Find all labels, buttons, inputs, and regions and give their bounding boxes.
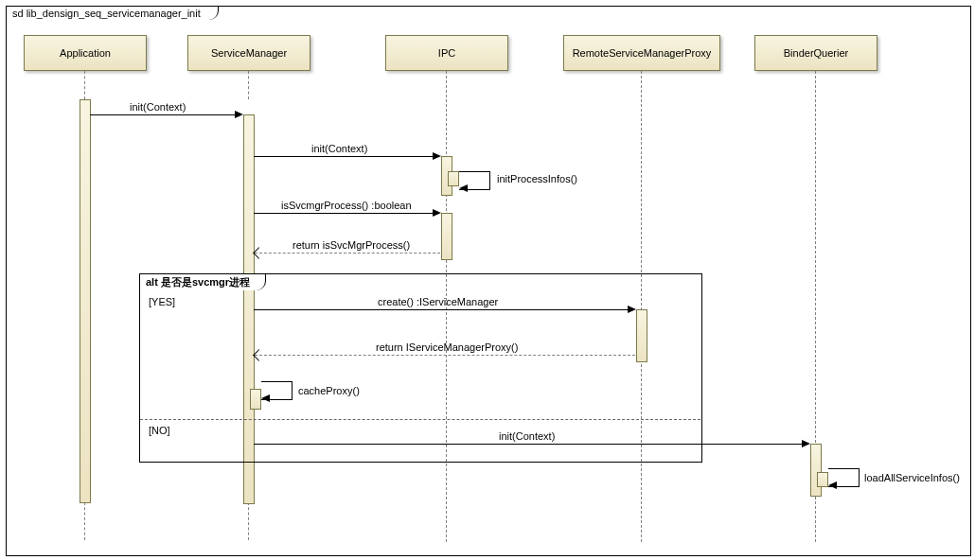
arrowhead-icon (828, 481, 837, 489)
alt-separator (140, 419, 700, 420)
message-arrow (90, 114, 241, 115)
activation-binderquerier (810, 444, 822, 497)
activation-ipc-1b (448, 171, 459, 186)
arrowhead-icon (628, 306, 636, 313)
message-label: init(Context) (130, 101, 186, 113)
lifeline-remoteproxy: RemoteServiceManagerProxy (563, 35, 720, 71)
lifeline-label: Application (60, 47, 111, 59)
message-label: return isSvcMgrProcess() (292, 239, 410, 251)
message-arrow (254, 156, 439, 157)
lifeline-dash (84, 502, 85, 540)
diagram-title: sd lib_densign_seq_servicemanager_init (6, 6, 219, 20)
activation-binderquerier-self (817, 472, 828, 487)
alt-guard-yes: [YES] (149, 296, 175, 307)
arrowhead-icon (261, 394, 270, 402)
alt-guard-no: [NO] (149, 425, 170, 436)
arrowhead-icon (253, 247, 265, 259)
message-label: initProcessInfos() (497, 173, 577, 184)
message-label: loadAllServiceInfos() (864, 472, 960, 483)
lifeline-binderquerier: BinderQuerier (754, 35, 878, 71)
message-arrow (254, 309, 634, 310)
message-label: isSvcmgrProcess() :boolean (281, 200, 412, 211)
diagram-frame: sd lib_densign_seq_servicemanager_init A… (6, 6, 971, 556)
message-label: init(Context) (499, 430, 555, 442)
message-label: init(Context) (311, 143, 367, 154)
lifeline-label: BinderQuerier (784, 47, 848, 59)
lifeline-label: IPC (438, 47, 455, 59)
return-arrow (255, 253, 440, 254)
activation-application (80, 99, 91, 503)
message-label: create() :IServiceManager (378, 296, 498, 307)
message-arrow (254, 213, 439, 214)
arrowhead-icon (433, 152, 441, 160)
lifeline-application: Application (24, 35, 147, 71)
lifeline-dash (248, 71, 249, 99)
alt-label: alt 是否是svcmgr进程 (139, 273, 266, 290)
lifeline-dash (248, 502, 249, 540)
sequence-diagram: sd lib_densign_seq_servicemanager_init A… (0, 0, 975, 560)
arrowhead-icon (433, 209, 441, 217)
lifeline-label: RemoteServiceManagerProxy (573, 47, 712, 59)
lifeline-servicemanager: ServiceManager (187, 35, 310, 71)
activation-ipc-2 (441, 213, 452, 260)
lifeline-label: ServiceManager (211, 47, 287, 59)
message-label: return IServiceManagerProxy() (376, 341, 518, 353)
message-label: cacheProxy() (298, 385, 360, 396)
arrowhead-icon (802, 440, 810, 447)
arrowhead-icon (235, 111, 243, 118)
lifeline-dash (84, 71, 85, 99)
return-arrow (255, 355, 635, 356)
lifeline-ipc: IPC (385, 35, 508, 71)
arrowhead-icon (459, 184, 468, 192)
message-arrow (254, 444, 808, 445)
